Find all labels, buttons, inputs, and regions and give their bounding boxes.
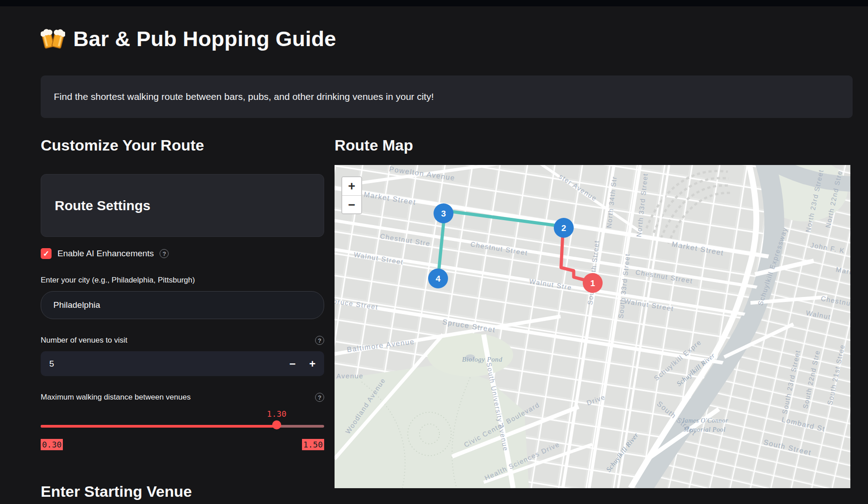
browser-top-strip (0, 0, 868, 6)
checkmark-icon: ✓ (43, 249, 49, 259)
city-input-value: Philadelphia (53, 300, 100, 310)
venues-number-input[interactable]: 5 − + (41, 351, 324, 376)
slider-thumb[interactable] (272, 420, 281, 429)
distance-slider: 1.30 (41, 409, 324, 438)
map-label: Biology Pond (462, 356, 502, 363)
route-map[interactable]: Powelton AvenueMarket StreetMarket Stree… (335, 165, 850, 488)
venues-decrement-button[interactable]: − (283, 351, 302, 376)
venues-help-icon[interactable]: ? (315, 336, 324, 345)
venues-number-value: 5 (49, 359, 54, 369)
venue-marker-4[interactable]: 4 (428, 268, 448, 288)
route-settings-card: Route Settings (41, 174, 324, 237)
slider-current-value: 1.30 (261, 409, 292, 419)
map-column: Route Map (335, 137, 853, 504)
venue-marker-3[interactable]: 3 (434, 203, 453, 223)
ai-enhancements-label: Enable AI Enhancements (57, 249, 154, 259)
slider-track-fill (41, 425, 277, 428)
ai-enhancements-checkbox[interactable]: ✓ (41, 248, 52, 259)
venues-input-label: Number of venues to visit (41, 336, 127, 345)
map-zoom-control: + − (341, 176, 362, 214)
map-label: Memorial Pool (683, 426, 726, 433)
slider-max-value: 1.50 (302, 439, 324, 450)
page-title: Bar & Pub Hopping Guide (41, 26, 853, 51)
map-label: Avenue (336, 372, 363, 380)
route-map-heading: Route Map (335, 137, 853, 154)
page-title-text: Bar & Pub Hopping Guide (73, 26, 336, 51)
slider-track[interactable] (41, 425, 324, 428)
distance-slider-help-icon[interactable]: ? (315, 393, 324, 402)
venue-marker-2[interactable]: 2 (554, 218, 574, 238)
route-settings-title: Route Settings (55, 198, 151, 213)
info-banner: Find the shortest walking route between … (41, 75, 853, 118)
distance-slider-label: Maximum walking distance between venues (41, 393, 191, 402)
beer-mugs-icon (41, 28, 65, 50)
map-label: James O'Connor (682, 417, 728, 424)
zoom-out-button[interactable]: − (342, 195, 361, 213)
starting-venue-heading: Enter Starting Venue (41, 483, 324, 500)
venues-increment-button[interactable]: + (302, 351, 322, 376)
svg-text:3: 3 (441, 209, 446, 218)
city-input[interactable]: Philadelphia (41, 291, 324, 319)
info-banner-text: Find the shortest walking route between … (54, 91, 434, 102)
settings-column: Customize Your Route Route Settings ✓ En… (41, 137, 324, 504)
map-canvas[interactable]: Powelton AvenueMarket StreetMarket Stree… (335, 165, 850, 488)
city-input-label: Enter your city (e.g., Philadelphia, Pit… (41, 276, 324, 285)
app-page: Bar & Pub Hopping Guide Find the shortes… (0, 26, 868, 504)
venue-marker-1[interactable]: 1 (583, 273, 603, 293)
svg-text:4: 4 (436, 274, 441, 283)
slider-min-value: 0.30 (41, 439, 63, 450)
zoom-in-button[interactable]: + (342, 177, 361, 195)
customize-route-heading: Customize Your Route (41, 137, 324, 154)
svg-text:1: 1 (590, 278, 595, 288)
ai-enhancements-help-icon[interactable]: ? (160, 249, 169, 258)
svg-text:2: 2 (561, 223, 566, 233)
